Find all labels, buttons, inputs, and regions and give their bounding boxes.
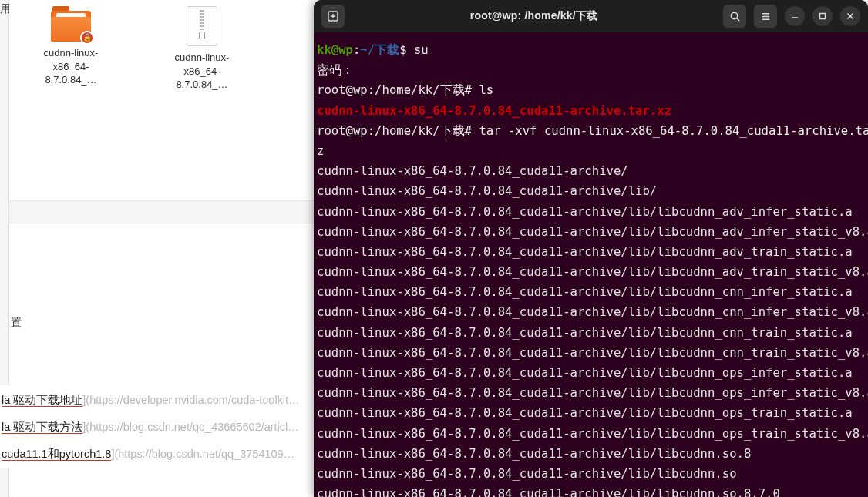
terminal-line: 密码：: [317, 60, 865, 80]
terminal-line: cudnn-linux-x86_64-8.7.0.84_cuda11-archi…: [317, 484, 865, 497]
terminal-line: cudnn-linux-x86_64-8.7.0.84_cuda11-archi…: [317, 101, 865, 121]
menu-button[interactable]: [754, 5, 777, 28]
link-anchor: la 驱动下载方法: [2, 421, 82, 433]
maximize-icon: [818, 12, 827, 21]
svg-rect-9: [820, 14, 826, 19]
terminal-line: kk@wp:~/下载$ su: [317, 40, 865, 60]
terminal-line: cudnn-linux-x86_64-8.7.0.84_cuda11-archi…: [317, 444, 865, 464]
sidebar-top-label: 用: [0, 0, 8, 23]
terminal-line: z: [317, 141, 865, 161]
minimize-icon: [790, 12, 799, 21]
terminal-line: cudnn-linux-x86_64-8.7.0.84_cuda11-archi…: [317, 383, 865, 403]
terminal-line: cudnn-linux-x86_64-8.7.0.84_cuda11-archi…: [317, 302, 865, 322]
background-link[interactable]: la 驱动下载方法](https://blog.csdn.net/qq_4366…: [2, 414, 312, 441]
sidebar-settings-label: 置: [9, 316, 314, 330]
background-link[interactable]: la 驱动下载地址](https://developer.nvidia.com/…: [2, 387, 312, 414]
link-rest: ](https://blog.csdn.net/qq_43665602/arti…: [82, 421, 299, 433]
sidebar-selected-row: [9, 200, 314, 223]
terminal-line: cudnn-linux-x86_64-8.7.0.84_cuda11-archi…: [317, 262, 865, 282]
terminal-line: cudnn-linux-x86_64-8.7.0.84_cuda11-archi…: [317, 464, 865, 484]
terminal-line: cudnn-linux-x86_64-8.7.0.84_cuda11-archi…: [317, 202, 865, 222]
minimize-button[interactable]: [785, 6, 805, 26]
background-document: la 驱动下载地址](https://developer.nvidia.com/…: [0, 385, 314, 468]
terminal-line: root@wp:/home/kk/下载# tar -xvf cudnn-linu…: [317, 121, 865, 141]
terminal-line: root@wp:/home/kk/下载# ls: [317, 80, 865, 100]
file-label-line: x86_64-: [184, 65, 220, 77]
terminal-window: root@wp: /home/kk/下载 kk@wp:~/下载$ su密码：ro…: [314, 0, 868, 497]
terminal-line: cudnn-linux-x86_64-8.7.0.84_cuda11-archi…: [317, 343, 865, 363]
close-icon: [846, 12, 855, 21]
background-link[interactable]: cuda11.1和pytorch1.8](https://blog.csdn.n…: [2, 441, 312, 468]
svg-line-4: [736, 18, 738, 20]
terminal-line: cudnn-linux-x86_64-8.7.0.84_cuda11-archi…: [317, 363, 865, 383]
link-rest: ](https://blog.csdn.net/qq_3754109…: [111, 448, 294, 460]
new-tab-icon: [327, 10, 339, 22]
folder-icon: 🔒: [51, 6, 91, 42]
maximize-button[interactable]: [812, 6, 833, 26]
link-rest: ](https://developer.nvidia.com/cuda-tool…: [82, 394, 299, 406]
link-anchor: la 驱动下载地址: [2, 394, 82, 406]
file-item-folder[interactable]: 🔒 cudnn-linux- x86_64- 8.7.0.84_…: [25, 6, 117, 92]
link-anchor: cuda11.1和pytorch1.8: [2, 448, 111, 460]
terminal-line: cudnn-linux-x86_64-8.7.0.84_cuda11-archi…: [317, 222, 865, 242]
file-label-line: 8.7.0.84_…: [176, 79, 227, 90]
terminal-line: cudnn-linux-x86_64-8.7.0.84_cuda11-archi…: [317, 323, 865, 343]
terminal-line: cudnn-linux-x86_64-8.7.0.84_cuda11-archi…: [317, 282, 865, 302]
terminal-line: cudnn-linux-x86_64-8.7.0.84_cuda11-archi…: [317, 403, 865, 423]
terminal-line: cudnn-linux-x86_64-8.7.0.84_cuda11-archi…: [317, 424, 865, 444]
terminal-title: root@wp: /home/kk/下载: [351, 9, 717, 23]
terminal-line: cudnn-linux-x86_64-8.7.0.84_cuda11-archi…: [317, 181, 865, 201]
terminal-body[interactable]: kk@wp:~/下载$ su密码：root@wp:/home/kk/下载# ls…: [314, 32, 868, 497]
search-button[interactable]: [723, 5, 746, 28]
close-button[interactable]: [840, 6, 860, 26]
file-item-archive[interactable]: cudnn-linux- x86_64- 8.7.0.84_…: [156, 6, 248, 92]
file-label-line: cudnn-linux-: [44, 47, 99, 59]
file-label-line: x86_64-: [53, 61, 89, 72]
search-icon: [729, 11, 741, 22]
terminal-titlebar[interactable]: root@wp: /home/kk/下载: [314, 0, 868, 32]
lock-icon: 🔒: [80, 31, 94, 45]
menu-icon: [760, 11, 772, 22]
new-tab-button[interactable]: [321, 5, 345, 28]
archive-icon: [187, 6, 217, 46]
terminal-line: cudnn-linux-x86_64-8.7.0.84_cuda11-archi…: [317, 161, 865, 181]
svg-point-3: [731, 12, 737, 18]
terminal-line: cudnn-linux-x86_64-8.7.0.84_cuda11-archi…: [317, 242, 865, 262]
file-label-line: 8.7.0.84_…: [45, 74, 96, 86]
file-label-line: cudnn-linux-: [175, 52, 230, 63]
